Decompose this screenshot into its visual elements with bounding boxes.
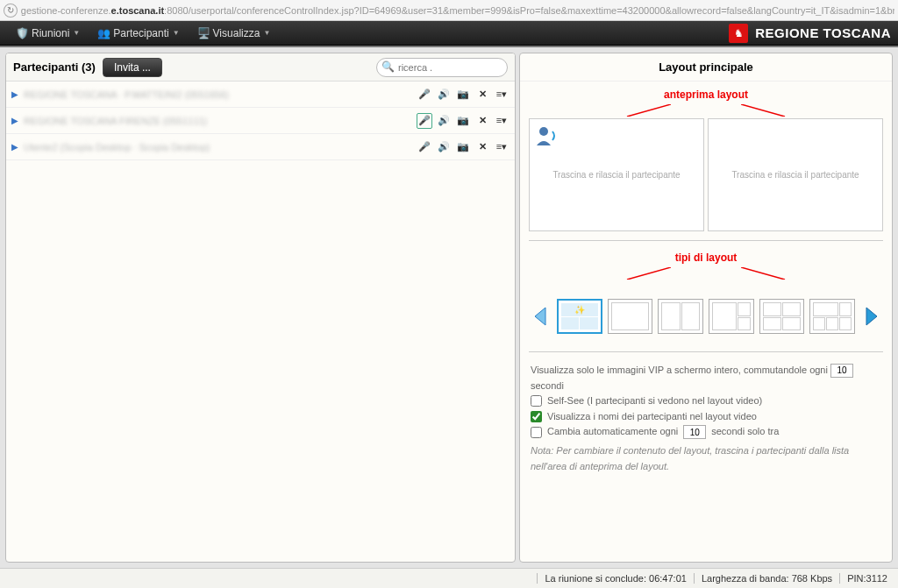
menu-participants[interactable]: 👥 Partecipanti ▼	[89, 27, 188, 39]
layout-options: Visualizza solo le immagini VIP a scherm…	[529, 351, 883, 478]
menu-view[interactable]: 🖥️ Visualizza ▼	[189, 27, 280, 39]
participant-row[interactable]: ▶ REGIONE TOSCANA · P.MATTEINI2 (0551656…	[6, 81, 515, 108]
participants-list: ▶ REGIONE TOSCANA · P.MATTEINI2 (0551656…	[6, 81, 515, 562]
disconnect-icon[interactable]: ✕	[474, 139, 490, 155]
auto-label-b: secondi solo tra	[711, 424, 779, 440]
camera-icon[interactable]: 📷	[455, 87, 471, 103]
svg-marker-6	[866, 308, 877, 325]
names-label: Visualizza i nomi dei partecipanti nel l…	[547, 409, 757, 425]
menu-participants-label: Partecipanti	[113, 27, 168, 39]
more-icon[interactable]: ≡▾	[494, 113, 510, 129]
search-icon: 🔍	[381, 60, 395, 73]
speaker-icon[interactable]: 🔊	[436, 87, 452, 103]
menu-meetings-label: Riunioni	[32, 27, 69, 39]
participants-toolbar: Partecipanti (3) Invita ... 🔍	[6, 53, 515, 81]
disconnect-icon[interactable]: ✕	[474, 113, 490, 129]
names-option[interactable]: Visualizza i nomi dei partecipanti nel l…	[531, 409, 881, 425]
chevron-down-icon: ▼	[263, 29, 270, 37]
layout-thumb-2x1[interactable]	[658, 299, 703, 334]
svg-line-3	[627, 267, 671, 280]
auto-option[interactable]: Cambia automaticamente ogni secondi solo…	[531, 424, 881, 440]
chevron-down-icon: ▼	[73, 29, 80, 37]
url-text: gestione-conferenze.e.toscana.it:8080/us…	[21, 5, 894, 16]
annotation-lines	[529, 267, 883, 280]
status-pin: PIN:3112	[839, 573, 894, 584]
app-menubar: 🛡️ Riunioni ▼ 👥 Partecipanti ▼ 🖥️ Visual…	[0, 21, 898, 46]
auto-interval-input[interactable]	[683, 425, 706, 439]
mic-icon[interactable]: 🎤	[417, 139, 432, 155]
more-icon[interactable]: ≡▾	[494, 87, 510, 103]
url-pre: gestione-conferenze.	[21, 5, 111, 16]
vip-text-b: secondi	[531, 380, 564, 391]
layout-prev-button[interactable]	[529, 301, 552, 332]
invite-button[interactable]: Invita ...	[103, 58, 162, 77]
vip-text: Visualizza solo le immagini VIP a scherm…	[531, 365, 828, 375]
brand: ♞ REGIONE TOSCANA	[729, 24, 891, 43]
svg-line-1	[741, 104, 785, 117]
brand-text: REGIONE TOSCANA	[755, 25, 891, 40]
layout-thumb-1big2small[interactable]	[709, 299, 754, 334]
vip-option-row: Visualizza solo le immagini VIP a scherm…	[531, 363, 881, 393]
menu-meetings[interactable]: 🛡️ Riunioni ▼	[7, 27, 89, 39]
selfsee-checkbox[interactable]	[531, 395, 542, 407]
speaker-icon[interactable]: 🔊	[436, 113, 452, 129]
speaker-icon[interactable]: 🔊	[436, 139, 452, 155]
layout-preview-slot[interactable]: Trascina e rilascia il partecipante	[708, 118, 883, 231]
main-shell: Partecipanti (3) Invita ... 🔍 ▶ REGIONE …	[0, 46, 898, 568]
speaking-participant-icon	[535, 124, 558, 147]
layout-title: Layout principale	[520, 53, 892, 81]
more-icon[interactable]: ≡▾	[494, 139, 510, 155]
mic-icon[interactable]: 🎤	[417, 87, 432, 103]
svg-marker-5	[535, 308, 545, 325]
annotation-lines	[529, 104, 883, 117]
menu-view-label: Visualizza	[213, 27, 260, 39]
browser-url-bar: ↻ gestione-conferenze.e.toscana.it:8080/…	[0, 0, 898, 21]
participant-controls: 🎤 🔊 📷 ✕ ≡▾	[417, 113, 510, 129]
layout-thumb-2x2[interactable]	[759, 299, 805, 334]
participant-name: REGIONE TOSCANA · P.MATTEINI2 (0551656)	[24, 89, 411, 100]
auto-label-a: Cambia automaticamente ogni	[547, 424, 678, 440]
people-icon: 👥	[97, 27, 110, 39]
svg-line-0	[627, 104, 671, 117]
brand-logo-icon: ♞	[729, 24, 748, 43]
expand-icon[interactable]: ▶	[11, 142, 18, 152]
layout-body: anteprima layout Trascina e rilascia il …	[520, 81, 892, 562]
shield-icon: 🛡️	[16, 27, 28, 39]
url-host: e.toscana.it	[111, 5, 165, 16]
vip-interval-input[interactable]	[830, 364, 853, 378]
svg-point-2	[539, 127, 548, 136]
auto-checkbox[interactable]	[531, 427, 542, 438]
annotation-preview: anteprima layout	[529, 89, 883, 101]
status-end-time: La riunione si conclude: 06:47:01	[537, 573, 693, 584]
layout-preview-slot[interactable]: Trascina e rilascia il partecipante	[529, 118, 704, 231]
camera-icon[interactable]: 📷	[455, 139, 471, 155]
status-bandwidth: Larghezza di banda: 768 Kbps	[694, 573, 839, 584]
names-checkbox[interactable]	[531, 411, 542, 422]
layout-note: Nota: Per cambiare il contenuto del layo…	[531, 443, 881, 474]
refresh-icon[interactable]: ↻	[4, 4, 18, 18]
selfsee-label: Self-See (I partecipanti si vedono nel l…	[547, 393, 762, 409]
chevron-down-icon: ▼	[173, 29, 180, 37]
svg-line-4	[741, 267, 785, 280]
disconnect-icon[interactable]: ✕	[474, 87, 490, 103]
participant-name: Utente2 (Scopia Desktop · Scopia Desktop…	[24, 142, 411, 152]
layout-thumb-single[interactable]	[608, 299, 653, 334]
dropzone-text: Trascina e rilascia il partecipante	[731, 170, 859, 180]
expand-icon[interactable]: ▶	[11, 89, 18, 99]
search-input[interactable]	[376, 58, 508, 77]
participant-row[interactable]: ▶ Utente2 (Scopia Desktop · Scopia Deskt…	[6, 134, 515, 160]
participant-name: REGIONE TOSCANA FIRENZE (0551111)	[24, 116, 411, 126]
layout-panel: Layout principale anteprima layout Trasc…	[519, 53, 893, 563]
selfsee-option[interactable]: Self-See (I partecipanti si vedono nel l…	[531, 393, 881, 409]
dropzone-text: Trascina e rilascia il partecipante	[552, 170, 680, 180]
participants-panel: Partecipanti (3) Invita ... 🔍 ▶ REGIONE …	[5, 53, 516, 563]
layout-next-button[interactable]	[860, 301, 883, 332]
participant-row[interactable]: ▶ REGIONE TOSCANA FIRENZE (0551111) 🎤 🔊 …	[6, 108, 515, 134]
url-post: :8080/userportal/conferenceControlIndex.…	[164, 5, 894, 16]
layout-thumb-5pane[interactable]	[809, 299, 855, 334]
expand-icon[interactable]: ▶	[11, 116, 18, 125]
camera-icon[interactable]: 📷	[455, 113, 471, 129]
layout-thumb-auto[interactable]: ✨	[557, 299, 602, 334]
status-bar: La riunione si conclude: 06:47:01 Larghe…	[0, 568, 898, 588]
mic-active-icon[interactable]: 🎤	[417, 113, 432, 129]
